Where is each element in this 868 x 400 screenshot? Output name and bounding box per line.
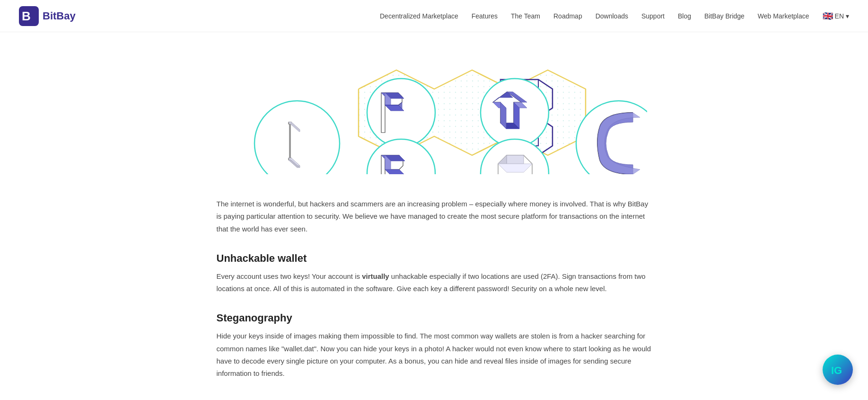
body-prefix-1: Every account uses two keys! Your accoun…: [217, 272, 362, 280]
svg-text:IG: IG: [831, 364, 842, 376]
svg-text:B: B: [22, 9, 31, 23]
navbar: B BitBay Decentralized Marketplace Featu…: [0, 0, 868, 32]
logo-link[interactable]: B BitBay: [19, 6, 76, 26]
section-heading-steganography: Steganography: [217, 312, 652, 324]
fab-icon: IG: [830, 362, 846, 378]
chevron-down-icon: ▾: [846, 12, 849, 20]
nav-bitbay-bridge[interactable]: BitBay Bridge: [704, 12, 745, 20]
nav-features[interactable]: Features: [472, 12, 498, 20]
nav-links: Decentralized Marketplace Features The T…: [380, 11, 849, 21]
svg-marker-41: [507, 155, 524, 164]
nav-blog[interactable]: Blog: [678, 12, 691, 20]
intro-paragraph: The internet is wonderful, but hackers a…: [217, 198, 652, 235]
main-content: The internet is wonderful, but hackers a…: [198, 188, 671, 400]
section-heading-unhackable: Unhackable wallet: [217, 252, 652, 265]
logo-text: BitBay: [43, 10, 76, 22]
language-selector[interactable]: 🇬🇧 EN ▾: [823, 11, 849, 21]
svg-point-11: [367, 79, 435, 147]
nav-web-marketplace[interactable]: Web Marketplace: [758, 12, 809, 20]
flag-icon: 🇬🇧: [823, 11, 833, 21]
hero-section: [0, 32, 868, 188]
section-body-unhackable: Every account uses two keys! Your accoun…: [217, 270, 652, 295]
section-body-steganography: Hide your keys inside of images making t…: [217, 330, 652, 380]
nav-the-team[interactable]: The Team: [511, 12, 540, 20]
body-bold-1: virtually: [362, 272, 389, 280]
logo-icon: B: [19, 6, 39, 26]
nav-roadmap[interactable]: Roadmap: [553, 12, 582, 20]
fab-button[interactable]: IG: [823, 355, 853, 385]
nav-decentralized-marketplace[interactable]: Decentralized Marketplace: [380, 12, 458, 20]
nav-support[interactable]: Support: [641, 12, 665, 20]
hero-illustration: [221, 51, 647, 174]
language-label: EN: [835, 12, 844, 20]
nav-downloads[interactable]: Downloads: [596, 12, 628, 20]
